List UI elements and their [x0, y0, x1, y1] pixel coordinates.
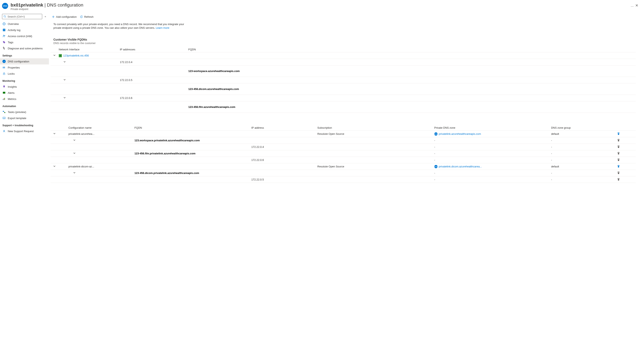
command-bar: Add configuration Refresh	[50, 13, 636, 21]
fqdns-subtitle: DNS records visible to the customer	[54, 42, 636, 45]
config-fqdn-row: 123-456.dicom.privatelink.azurehealthcar…	[50, 170, 636, 176]
collapse-sidebar-button[interactable]: «	[44, 14, 47, 19]
sidebar-item-tasks[interactable]: Tasks (preview)	[0, 109, 49, 115]
delete-button[interactable]	[617, 145, 620, 148]
chevron-down-icon[interactable]	[72, 152, 77, 154]
page-title: bx01privatelink | DNS configuration	[10, 3, 627, 8]
refresh-button[interactable]: Refresh	[80, 15, 94, 18]
sidebar-item-insights[interactable]: Insights	[0, 84, 49, 90]
svg-point-3	[4, 24, 4, 24]
tags-icon	[2, 41, 6, 44]
add-configuration-button[interactable]: Add configuration	[52, 15, 77, 18]
svg-point-23	[4, 130, 5, 131]
col-subscription: Subscription	[316, 125, 432, 131]
chevron-down-icon[interactable]	[52, 54, 57, 57]
sidebar-item-support-request[interactable]: New Support Request	[0, 128, 49, 134]
config-fqdn-row: 123-456.fihr.privatelink.azurehealthcare…	[50, 150, 636, 157]
svg-rect-19	[3, 111, 4, 112]
sidebar-item-iam[interactable]: Access control (IAM)	[0, 33, 49, 39]
alerts-icon	[2, 91, 6, 94]
search-icon	[4, 15, 6, 18]
fqdn-row: 172.22.0.5	[50, 77, 636, 83]
col-fqdn: FQDN	[187, 47, 636, 52]
nic-row[interactable]: 123privatelink.nic.456	[50, 52, 636, 59]
description-text: To connect privately with your private e…	[54, 23, 192, 30]
dns-zone-link[interactable]: privatelink.dicom.azurehealthcarea...	[439, 165, 482, 168]
support-icon	[2, 130, 6, 133]
svg-rect-6	[3, 29, 5, 31]
fqdn-row: 172.22.0.4	[50, 59, 636, 66]
sidebar: Search (Ctrl+/) « Overview Activity log …	[0, 13, 49, 191]
chevron-down-icon[interactable]	[62, 79, 67, 81]
sidebar-section-support: Support + troubleshooting	[0, 121, 49, 128]
sidebar-item-properties[interactable]: Properties	[0, 65, 49, 71]
config-group-row[interactable]: privatelink-dicom-az... Resolute Open So…	[50, 163, 636, 170]
diagnose-icon	[2, 47, 6, 50]
fqdn-row: 172.22.0.6	[50, 95, 636, 101]
dns-zone-icon: DNS	[434, 132, 438, 136]
dns-zone-link[interactable]: privatelink.azurehealthcareapis.com	[439, 132, 481, 135]
delete-button[interactable]	[617, 152, 620, 155]
sidebar-item-export-template[interactable]: Export template	[0, 115, 49, 121]
col-fqdn: FQDN	[133, 125, 250, 131]
config-group-row[interactable]: privatelink-azurehea... Resolute Open So…	[50, 131, 636, 137]
metrics-icon	[2, 97, 6, 101]
svg-rect-18	[4, 98, 5, 100]
resource-type: Private endpoint	[10, 8, 627, 11]
delete-button[interactable]	[617, 178, 620, 181]
fqdns-title: Customer Visible FQDNs	[54, 38, 636, 41]
nic-link[interactable]: 123privatelink.nic.456	[63, 54, 89, 57]
plus-icon	[52, 15, 55, 18]
delete-button[interactable]	[617, 165, 620, 168]
main-content: Add configuration Refresh To connect pri…	[49, 13, 644, 191]
fqdn-detail-row: 123-456.dicom.azurehealthcareapis.com	[50, 83, 636, 95]
svg-line-1	[5, 17, 6, 18]
sidebar-section-automation: Automation	[0, 102, 49, 109]
svg-point-9	[3, 35, 4, 36]
chevron-down-icon[interactable]	[52, 132, 57, 135]
config-ip-row: 172.22.0.5 - -	[50, 176, 636, 183]
export-icon	[2, 116, 6, 120]
resource-icon: DNS	[2, 3, 8, 9]
more-actions-button[interactable]: ⋯	[631, 5, 634, 8]
sidebar-item-diagnose[interactable]: Diagnose and solve problems	[0, 45, 49, 51]
svg-rect-15	[3, 92, 5, 94]
delete-button[interactable]	[617, 139, 620, 142]
col-dns-zone-group: DNS zone group	[550, 125, 616, 131]
sidebar-item-overview[interactable]: Overview	[0, 21, 49, 27]
col-ip: IP address	[250, 125, 316, 131]
delete-button[interactable]	[617, 158, 620, 161]
col-config-name: Configuration name	[67, 125, 133, 131]
chevron-down-icon[interactable]	[52, 165, 57, 167]
chevron-down-icon[interactable]	[72, 171, 77, 174]
sidebar-section-settings: Settings	[0, 51, 49, 58]
configurations-table: Configuration name FQDN IP address Subsc…	[50, 125, 636, 183]
col-ip-addresses: IP addresses	[118, 47, 187, 52]
sidebar-item-metrics[interactable]: Metrics	[0, 96, 49, 102]
fqdn-detail-row: 123-workspace.azurehealthcareapis.com	[50, 66, 636, 77]
svg-point-10	[4, 35, 5, 36]
search-placeholder: Search (Ctrl+/)	[8, 15, 25, 18]
resource-name: bx01privatelink	[10, 3, 43, 8]
chevron-down-icon[interactable]	[62, 61, 67, 63]
delete-button[interactable]	[617, 132, 620, 135]
config-fqdn-row: 123.workspace.privatelink.azurehealthcar…	[50, 137, 636, 144]
close-button[interactable]: ✕	[634, 3, 640, 9]
learn-more-link[interactable]: Learn more	[156, 26, 169, 29]
sidebar-item-alerts[interactable]: Alerts	[0, 90, 49, 96]
svg-rect-14	[3, 73, 5, 75]
sidebar-item-locks[interactable]: Locks	[0, 71, 49, 77]
tasks-icon	[2, 110, 6, 114]
overview-icon	[2, 22, 6, 26]
properties-icon	[2, 66, 6, 69]
dns-icon: ●	[2, 60, 6, 63]
svg-rect-16	[3, 99, 3, 100]
sidebar-item-tags[interactable]: Tags	[0, 39, 49, 45]
chevron-down-icon[interactable]	[62, 97, 67, 99]
sidebar-item-dns-configuration[interactable]: ● DNS configuration	[0, 58, 49, 65]
search-input[interactable]: Search (Ctrl+/)	[2, 14, 42, 19]
refresh-icon	[80, 15, 83, 18]
delete-button[interactable]	[617, 171, 620, 174]
sidebar-item-activity-log[interactable]: Activity log	[0, 27, 49, 33]
chevron-down-icon[interactable]	[72, 139, 77, 141]
